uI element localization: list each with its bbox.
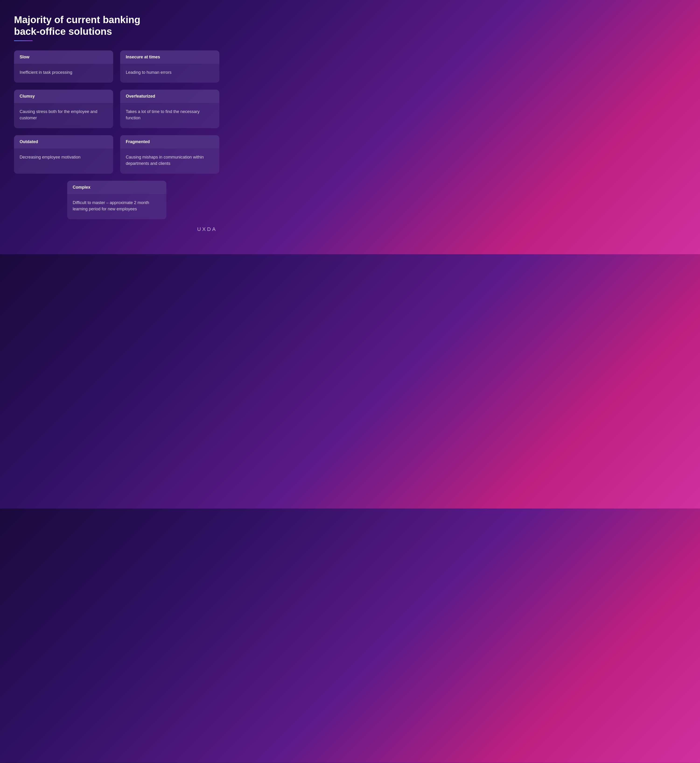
card-insecure: Insecure at times Leading to human error…	[120, 50, 219, 83]
card-complex-header: Complex	[67, 181, 166, 194]
cards-grid: Slow Inefficient in task processing Inse…	[14, 50, 219, 174]
card-outdated-title: Outdated	[20, 139, 38, 144]
card-insecure-text: Leading to human errors	[126, 69, 214, 76]
card-fragmented-title: Fragmented	[126, 139, 150, 144]
card-complex: Complex Difficult to master – approximat…	[67, 181, 166, 219]
card-slow-header: Slow	[14, 50, 113, 64]
bottom-center-row: Complex Difficult to master – approximat…	[14, 181, 219, 219]
card-fragmented-header: Fragmented	[120, 135, 219, 149]
card-overfeaturized: Overfeaturized Takes a lot of time to fi…	[120, 90, 219, 128]
card-slow-title: Slow	[20, 55, 30, 59]
card-outdated-body: Decreasing employee motivation	[14, 149, 113, 168]
card-overfeaturized-text: Takes a lot of time to find the necessar…	[126, 108, 214, 121]
page-title: Majority of current banking back-office …	[14, 14, 159, 38]
logo-area: UXDA	[14, 226, 219, 232]
card-complex-text: Difficult to master – approximate 2 mont…	[73, 200, 161, 212]
title-underline	[14, 41, 33, 41]
card-clumsy-header: Clumsy	[14, 90, 113, 103]
card-insecure-title: Insecure at times	[126, 55, 160, 59]
card-fragmented-text: Causing mishaps in communication within …	[126, 154, 214, 167]
card-overfeaturized-title: Overfeaturized	[126, 94, 155, 99]
card-clumsy-body: Causing stress both for the employee and…	[14, 103, 113, 128]
card-outdated-header: Outdated	[14, 135, 113, 149]
card-complex-title: Complex	[73, 185, 91, 190]
card-slow-text: Inefficient in task processing	[20, 69, 108, 76]
card-clumsy: Clumsy Causing stress both for the emplo…	[14, 90, 113, 128]
card-fragmented: Fragmented Causing mishaps in communicat…	[120, 135, 219, 174]
card-slow-body: Inefficient in task processing	[14, 64, 113, 83]
card-slow: Slow Inefficient in task processing	[14, 50, 113, 83]
card-overfeaturized-body: Takes a lot of time to find the necessar…	[120, 103, 219, 128]
card-insecure-body: Leading to human errors	[120, 64, 219, 83]
card-clumsy-text: Causing stress both for the employee and…	[20, 108, 108, 121]
card-overfeaturized-header: Overfeaturized	[120, 90, 219, 103]
card-outdated-text: Decreasing employee motivation	[20, 154, 108, 160]
card-clumsy-title: Clumsy	[20, 94, 35, 99]
card-fragmented-body: Causing mishaps in communication within …	[120, 149, 219, 174]
card-outdated: Outdated Decreasing employee motivation	[14, 135, 113, 174]
card-insecure-header: Insecure at times	[120, 50, 219, 64]
uxda-logo: UXDA	[197, 226, 217, 232]
card-complex-body: Difficult to master – approximate 2 mont…	[67, 194, 166, 219]
